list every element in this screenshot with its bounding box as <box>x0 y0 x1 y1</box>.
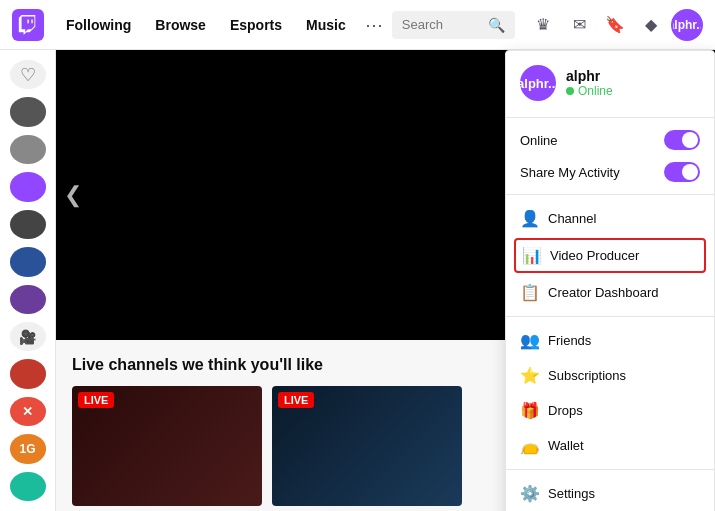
dropdown-menu: alphr... alphr Online Online Share My Ac… <box>505 50 715 511</box>
sidebar-avatar-7[interactable] <box>10 359 46 388</box>
dd-avatar: alphr... <box>520 65 556 101</box>
divider-1 <box>506 117 714 118</box>
sidebar-avatar-2[interactable] <box>10 135 46 164</box>
gem-icon-button[interactable]: ◆ <box>635 9 667 41</box>
top-navigation: Following Browse Esports Music ⋯ 🔍 ♛ ✉ 🔖… <box>0 0 715 50</box>
friends-menu-item[interactable]: 👥 Friends <box>506 323 714 358</box>
channel-menu-item[interactable]: 👤 Channel <box>506 201 714 236</box>
sidebar-avatar-10[interactable] <box>10 472 46 501</box>
nav-following[interactable]: Following <box>56 11 141 39</box>
sidebar-heart-icon[interactable]: ♡ <box>10 60 46 89</box>
nav-esports[interactable]: Esports <box>220 11 292 39</box>
status-dot-icon <box>566 87 574 95</box>
wallet-icon: 👝 <box>520 436 538 455</box>
video-producer-icon: 📊 <box>522 246 540 265</box>
drops-icon: 🎁 <box>520 401 538 420</box>
online-toggle-row: Online <box>506 124 714 156</box>
creator-dashboard-menu-item[interactable]: 📋 Creator Dashboard <box>506 275 714 310</box>
dd-avatar-text: alphr... <box>517 76 559 91</box>
share-activity-toggle-knob <box>682 164 698 180</box>
share-activity-toggle-row: Share My Activity <box>506 156 714 188</box>
nav-more-button[interactable]: ⋯ <box>360 10 388 40</box>
online-toggle-knob <box>682 132 698 148</box>
online-toggle[interactable] <box>664 130 700 150</box>
nav-icons-group: ♛ ✉ 🔖 ◆ alphr... <box>527 9 703 41</box>
subscriptions-menu-item[interactable]: ⭐ Subscriptions <box>506 358 714 393</box>
video-producer-menu-item[interactable]: 📊 Video Producer <box>514 238 706 273</box>
avatar-text: alphr... <box>671 18 703 32</box>
live-badge-2: LIVE <box>278 392 314 408</box>
divider-3 <box>506 316 714 317</box>
search-icon: 🔍 <box>488 17 505 33</box>
settings-menu-item[interactable]: ⚙️ Settings <box>506 476 714 511</box>
friends-icon: 👥 <box>520 331 538 350</box>
twitch-logo[interactable] <box>12 9 44 41</box>
subscriptions-icon: ⭐ <box>520 366 538 385</box>
nav-music[interactable]: Music <box>296 11 356 39</box>
user-avatar-button[interactable]: alphr... <box>671 9 703 41</box>
creator-dashboard-icon: 📋 <box>520 283 538 302</box>
drops-menu-item[interactable]: 🎁 Drops <box>506 393 714 428</box>
share-activity-toggle[interactable] <box>664 162 700 182</box>
crown-icon-button[interactable]: ♛ <box>527 9 559 41</box>
search-input[interactable] <box>402 17 482 32</box>
online-label: Online <box>520 133 558 148</box>
channel-icon: 👤 <box>520 209 538 228</box>
sidebar-avatar-3[interactable] <box>10 172 46 201</box>
sidebar-avatar-5[interactable] <box>10 247 46 276</box>
sidebar-avatar-8[interactable]: ✕ <box>10 397 46 426</box>
live-card-1[interactable]: LIVE <box>72 386 262 506</box>
live-card-2[interactable]: LIVE <box>272 386 462 506</box>
dd-status: Online <box>566 84 613 98</box>
dd-username: alphr <box>566 68 613 84</box>
live-badge-1: LIVE <box>78 392 114 408</box>
sidebar-avatar-1[interactable] <box>10 97 46 126</box>
dd-profile-section: alphr... alphr Online <box>506 51 714 111</box>
video-chevron-icon[interactable]: ❮ <box>64 182 82 208</box>
settings-icon: ⚙️ <box>520 484 538 503</box>
share-activity-label: Share My Activity <box>520 165 620 180</box>
sidebar-avatar-9[interactable]: 1G <box>10 434 46 463</box>
divider-4 <box>506 469 714 470</box>
dd-user-info: alphr Online <box>566 68 613 98</box>
wallet-menu-item[interactable]: 👝 Wallet <box>506 428 714 463</box>
bookmark-icon-button[interactable]: 🔖 <box>599 9 631 41</box>
search-box: 🔍 <box>392 11 515 39</box>
divider-2 <box>506 194 714 195</box>
sidebar-video-icon[interactable]: 🎥 <box>10 322 46 351</box>
mail-icon-button[interactable]: ✉ <box>563 9 595 41</box>
left-sidebar: ♡ 🎥 ✕ 1G <box>0 50 56 511</box>
nav-browse[interactable]: Browse <box>145 11 216 39</box>
sidebar-avatar-4[interactable] <box>10 210 46 239</box>
sidebar-avatar-6[interactable] <box>10 285 46 314</box>
